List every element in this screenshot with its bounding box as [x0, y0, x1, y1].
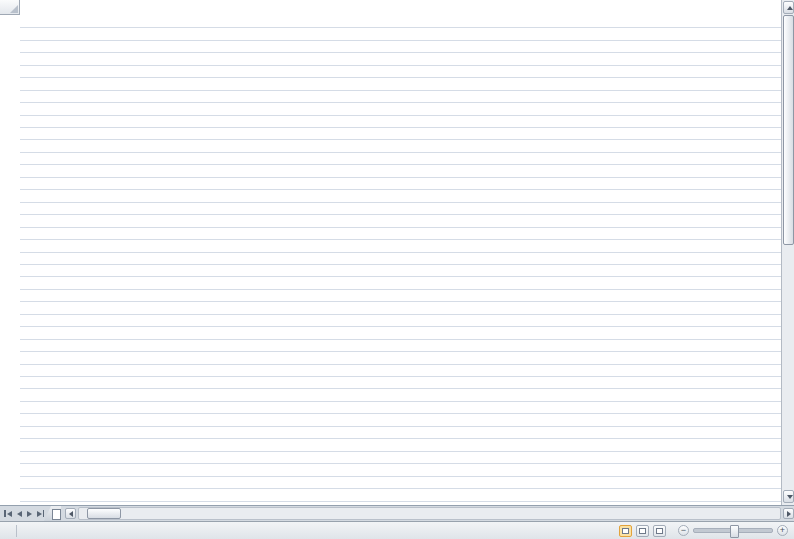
status-bar: − + — [0, 521, 794, 539]
arrow-left-icon — [17, 511, 22, 517]
last-sheet-button[interactable] — [37, 508, 45, 520]
arrow-up-icon — [787, 6, 793, 10]
arrow-right-icon — [787, 511, 791, 517]
horizontal-gridlines — [20, 16, 781, 505]
normal-view-button[interactable] — [619, 525, 632, 537]
arrow-down-icon — [787, 495, 793, 499]
horizontal-scrollbar-thumb[interactable] — [87, 508, 121, 519]
arrow-right-icon — [37, 511, 42, 517]
select-all-button[interactable] — [0, 0, 20, 15]
vertical-scrollbar-thumb[interactable] — [783, 15, 794, 245]
arrow-right-icon — [27, 511, 32, 517]
new-sheet-icon — [52, 509, 61, 520]
bar-icon — [4, 510, 6, 517]
vertical-scrollbar[interactable] — [781, 0, 794, 505]
previous-sheet-button[interactable] — [17, 508, 22, 520]
zoom-slider-track[interactable] — [693, 528, 773, 533]
status-divider — [16, 525, 17, 537]
zoom-slider-thumb[interactable] — [730, 525, 739, 538]
scroll-up-button[interactable] — [783, 1, 794, 14]
bar-icon — [43, 510, 45, 517]
arrow-left-icon — [69, 511, 73, 517]
first-sheet-button[interactable] — [4, 508, 12, 520]
scroll-left-button[interactable] — [65, 508, 76, 519]
next-sheet-button[interactable] — [27, 508, 32, 520]
scroll-down-button[interactable] — [783, 490, 794, 503]
page-break-view-button[interactable] — [653, 525, 666, 537]
horizontal-scrollbar[interactable] — [65, 506, 794, 521]
page-layout-view-button[interactable] — [636, 525, 649, 537]
spreadsheet-area — [0, 0, 794, 505]
page-break-icon — [656, 528, 663, 534]
select-all-triangle-icon — [10, 5, 18, 13]
excel-window: − + — [0, 0, 794, 539]
normal-view-icon — [622, 528, 629, 534]
scroll-right-button[interactable] — [783, 508, 794, 519]
horizontal-scrollbar-track[interactable] — [78, 507, 781, 520]
zoom-out-button[interactable]: − — [678, 525, 689, 536]
sheet-navigation-buttons — [0, 506, 50, 521]
page-layout-icon — [639, 528, 646, 534]
status-bar-right: − + — [619, 525, 794, 537]
grid — [0, 0, 781, 505]
zoom-in-button[interactable]: + — [777, 525, 788, 536]
sheet-tab-bar — [0, 505, 794, 521]
arrow-left-icon — [7, 511, 12, 517]
